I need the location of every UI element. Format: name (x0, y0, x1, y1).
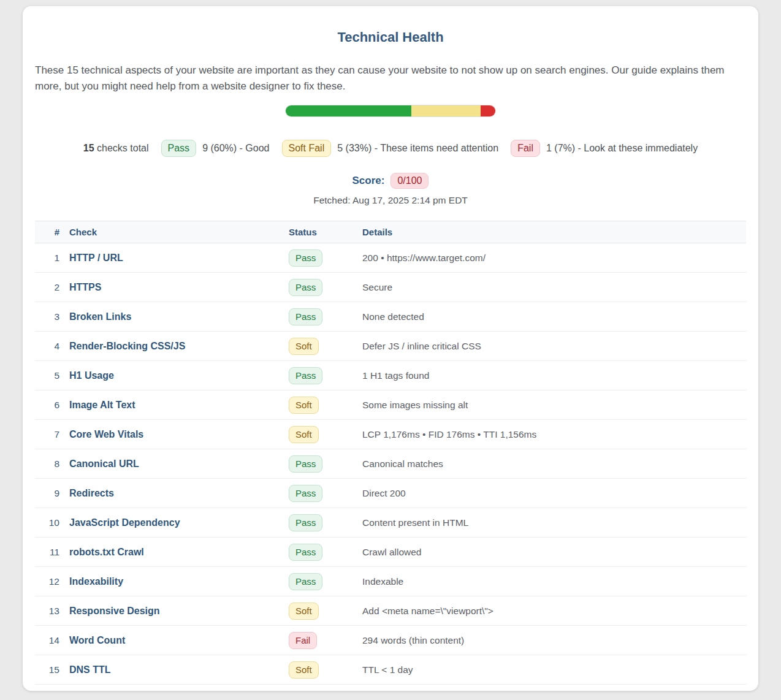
row-number: 15 (35, 655, 59, 685)
status-cell: Soft (289, 655, 362, 685)
status-badge: Fail (289, 632, 317, 649)
check-name: Canonical URL (59, 449, 289, 479)
check-details: TTL < 1 day (362, 655, 746, 685)
table-row: 13 Responsive Design Soft Add <meta name… (35, 596, 746, 626)
check-name: Word Count (59, 626, 289, 655)
checks-table: # Check Status Details 1 HTTP / URL Pass… (35, 221, 746, 685)
status-badge: Pass (289, 573, 322, 590)
check-details: 294 words (thin content) (362, 626, 746, 655)
check-name: JavaScript Dependency (59, 508, 289, 538)
status-badge: Pass (161, 140, 197, 157)
status-cell: Pass (289, 302, 362, 332)
check-details: Add <meta name=\"viewport\"> (362, 596, 746, 626)
status-cell: Soft (289, 420, 362, 449)
check-name: Broken Links (59, 302, 289, 332)
check-name: DNS TTL (59, 655, 289, 685)
row-number: 14 (35, 626, 59, 655)
row-number: 4 (35, 332, 59, 361)
status-badge: Soft (289, 661, 319, 679)
health-progress-bar (286, 105, 495, 116)
check-name: Core Web Vitals (59, 420, 289, 449)
row-number: 1 (35, 243, 59, 273)
header-details: Details (362, 221, 746, 243)
progress-segment-fail (481, 105, 495, 116)
check-name: Indexability (59, 567, 289, 596)
report-card: Technical Health These 15 technical aspe… (23, 6, 758, 691)
table-row: 1 HTTP / URL Pass 200 • https://www.targ… (35, 243, 746, 273)
table-row: 9 Redirects Pass Direct 200 (35, 479, 746, 508)
table-row: 12 Indexability Pass Indexable (35, 567, 746, 596)
description-text: These 15 technical aspects of your websi… (35, 63, 746, 94)
check-details: Defer JS / inline critical CSS (362, 332, 746, 361)
status-cell: Pass (289, 273, 362, 302)
check-name: Responsive Design (59, 596, 289, 626)
table-row: 15 DNS TTL Soft TTL < 1 day (35, 655, 746, 685)
page-title: Technical Health (35, 29, 746, 45)
row-number: 9 (35, 479, 59, 508)
status-cell: Pass (289, 361, 362, 390)
status-badge: Fail (511, 140, 540, 157)
status-cell: Fail (289, 626, 362, 655)
row-number: 6 (35, 390, 59, 420)
status-badge: Pass (289, 249, 322, 267)
check-details: Canonical matches (362, 449, 746, 479)
status-cell: Pass (289, 449, 362, 479)
check-name: Image Alt Text (59, 390, 289, 420)
check-details: None detected (362, 302, 746, 332)
status-badge: Pass (289, 367, 322, 384)
check-details: Content present in HTML (362, 508, 746, 538)
fetched-timestamp: Fetched: Aug 17, 2025 2:14 pm EDT (35, 195, 746, 206)
score-row: Score: 0/100 (35, 173, 746, 189)
checks-total: 15 checks total (83, 143, 149, 154)
summary-row: 15 checks total Pass 9 (60%) - Good Soft… (35, 140, 746, 157)
check-details: LCP 1,176ms • FID 176ms • TTI 1,156ms (362, 420, 746, 449)
status-badge: Pass (289, 485, 322, 502)
status-badge: Soft (289, 397, 319, 414)
table-row: 3 Broken Links Pass None detected (35, 302, 746, 332)
row-number: 3 (35, 302, 59, 332)
row-number: 8 (35, 449, 59, 479)
summary-item: Soft Fail 5 (33%) - These items need att… (282, 140, 499, 157)
status-cell: Pass (289, 508, 362, 538)
status-badge: Pass (289, 279, 322, 296)
status-cell: Soft (289, 390, 362, 420)
table-header-row: # Check Status Details (35, 221, 746, 243)
row-number: 2 (35, 273, 59, 302)
score-label: Score: (352, 175, 385, 187)
check-details: 200 • https://www.target.com/ (362, 243, 746, 273)
summary-item-text: 5 (33%) - These items need attention (337, 143, 498, 154)
summary-item-text: 1 (7%) - Look at these immediately (546, 143, 698, 154)
status-badge: Pass (289, 308, 322, 325)
check-details: Some images missing alt (362, 390, 746, 420)
status-cell: Pass (289, 538, 362, 567)
status-badge: Soft (289, 603, 319, 620)
summary-items: Pass 9 (60%) - Good Soft Fail 5 (33%) - … (161, 140, 698, 157)
row-number: 11 (35, 538, 59, 567)
header-number: # (35, 221, 59, 243)
table-row: 10 JavaScript Dependency Pass Content pr… (35, 508, 746, 538)
summary-item: Pass 9 (60%) - Good (161, 140, 270, 157)
check-name: Redirects (59, 479, 289, 508)
status-cell: Soft (289, 596, 362, 626)
table-row: 4 Render-Blocking CSS/JS Soft Defer JS /… (35, 332, 746, 361)
table-row: 6 Image Alt Text Soft Some images missin… (35, 390, 746, 420)
row-number: 5 (35, 361, 59, 390)
check-details: Secure (362, 273, 746, 302)
table-row: 5 H1 Usage Pass 1 H1 tags found (35, 361, 746, 390)
status-badge: Soft (289, 426, 319, 443)
row-number: 13 (35, 596, 59, 626)
check-name: Render-Blocking CSS/JS (59, 332, 289, 361)
row-number: 10 (35, 508, 59, 538)
check-name: H1 Usage (59, 361, 289, 390)
row-number: 7 (35, 420, 59, 449)
progress-segment-soft (411, 105, 481, 116)
check-name: HTTP / URL (59, 243, 289, 273)
status-badge: Pass (289, 514, 322, 531)
score-badge: 0/100 (390, 173, 429, 189)
table-row: 2 HTTPS Pass Secure (35, 273, 746, 302)
status-badge: Pass (289, 455, 322, 473)
header-status: Status (289, 221, 362, 243)
table-row: 7 Core Web Vitals Soft LCP 1,176ms • FID… (35, 420, 746, 449)
check-details: 1 H1 tags found (362, 361, 746, 390)
check-details: Indexable (362, 567, 746, 596)
